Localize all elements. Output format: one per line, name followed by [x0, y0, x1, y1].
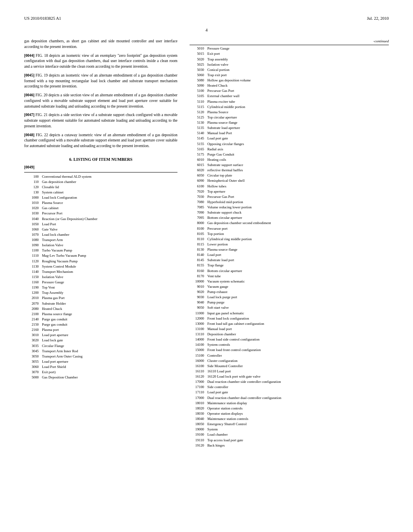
item-number: 7080	[190, 199, 206, 204]
page-header: US 2010/0183825 A1 Jul. 22, 2010	[24, 16, 389, 21]
list-item: 5030Conical portion	[190, 67, 389, 72]
list-item: 6010Heating coils	[190, 157, 389, 162]
list-item: 5100Precursor Gas Port	[190, 88, 389, 94]
item-description: Hollow gas deposition volume	[206, 78, 389, 83]
list-item: 6090Hemispherical Outer shell	[190, 178, 389, 183]
item-number: 1160	[24, 280, 41, 285]
item-description: Exit port)	[41, 370, 177, 375]
item-number: 8140	[190, 252, 206, 258]
item-description: Load port	[206, 252, 389, 258]
list-item: 1200Trap Assembly	[24, 290, 177, 295]
item-number: 2160	[24, 327, 41, 332]
item-number: 1040	[24, 216, 41, 221]
item-description: Front load tall gas cabinet configuratio…	[206, 321, 389, 326]
item-number: 12000	[190, 316, 206, 321]
item-number: 6020	[190, 168, 206, 173]
item-number: 6100	[190, 183, 206, 189]
item-number: 5060	[190, 72, 206, 77]
item-number: 19110	[190, 437, 206, 443]
item-description: Dual reaction chamber side controller co…	[206, 379, 389, 384]
item-number: 3055	[24, 359, 41, 364]
list-item: 5025Isolation valve	[190, 62, 389, 67]
list-item: 3010Load port aperture	[24, 332, 177, 338]
list-item: 8000Gas deposition chamber second embodi…	[190, 220, 389, 226]
list-item: 19120Back hinges	[190, 443, 389, 448]
item-description: Pump exhaust	[206, 289, 389, 295]
item-number: 19120	[190, 443, 206, 448]
list-item: 1160Pressure Gauge	[24, 280, 177, 285]
list-item: 18010Maintenance station display	[190, 400, 389, 405]
list-item: 8100Precursor port	[190, 226, 389, 231]
list-item: 1000Load lock Configuration	[24, 195, 177, 200]
list-item: 18020Operator station controls	[190, 405, 389, 411]
list-item: 15000Front load front control configurat…	[190, 347, 389, 353]
item-number: 3070	[24, 370, 41, 375]
item-number: 19000	[190, 427, 206, 432]
list-item: 8145Substrate load port	[190, 258, 389, 263]
item-number: 1130	[24, 264, 41, 269]
list-item: 1040Reaction (or Gas Deposition) Chamber	[24, 216, 177, 221]
item-description: Operator station displays	[206, 411, 389, 416]
item-description: Load lock purge port	[206, 295, 389, 300]
item-number: 13110	[190, 332, 206, 337]
list-item: 120Closable lid	[24, 184, 177, 189]
list-item: 5165Radial axis	[190, 146, 389, 152]
patent-date: Jul. 22, 2010	[367, 16, 389, 21]
left-column: gas deposition chambers, as short gas ca…	[24, 39, 177, 448]
list-item: 1130System Control Module	[24, 264, 177, 269]
list-item: 5155Opposing circular flanges	[190, 141, 389, 146]
item-number: 3060	[24, 364, 41, 370]
item-description: Pump purge	[206, 300, 389, 305]
item-description: Isolation Valve	[41, 274, 177, 279]
item-description: Load port gate	[206, 390, 389, 395]
list-item: 18040Maintenance station controls	[190, 416, 389, 422]
list-item: 13100Manual load port	[190, 326, 389, 331]
item-description: Pressure Gauge	[41, 280, 177, 285]
list-item: 5130Plasma source flange	[190, 120, 389, 125]
item-number: 5030	[190, 67, 206, 72]
list-item: 2070Substrate Holder	[24, 301, 177, 306]
item-description: Front load side control configuration	[206, 337, 389, 342]
item-number: 9040	[190, 300, 206, 305]
list-item: 13000Front load tall gas cabinet configu…	[190, 321, 389, 326]
list-item: 100Conventional thermal ALD system	[24, 174, 177, 179]
item-number: 17000	[190, 379, 206, 384]
item-description: Top aperture	[206, 189, 389, 194]
item-number: 2140	[24, 316, 41, 322]
item-description: Purge gas conduit	[41, 316, 177, 322]
item-description: Top portion	[206, 231, 389, 236]
list-item: 7030Precursor Gas Port	[190, 194, 389, 199]
item-number: 2010	[24, 295, 41, 301]
item-number: 8145	[190, 258, 206, 263]
item-description: Hyperboloid mid-portion	[206, 199, 389, 204]
item-description: Bottom circular aperture	[206, 215, 389, 220]
list-item: 3020Load lock gate	[24, 338, 177, 343]
item-description: Precursor port	[206, 226, 389, 231]
item-number: 16110	[190, 368, 206, 374]
item-number: 8105	[190, 231, 206, 236]
item-number: 5090	[190, 83, 206, 88]
item-description: Soft start valve	[206, 305, 389, 310]
item-number: 7030	[190, 194, 206, 199]
item-number: 5080	[190, 78, 206, 83]
list-item: 9050Soft start valve	[190, 305, 389, 310]
item-number: 18030	[190, 411, 206, 416]
item-number: 1200	[24, 290, 41, 295]
list-item: 5175Purge Gas Conduit	[190, 152, 389, 157]
list-item: 2100Plasma source flange	[24, 311, 177, 316]
item-number: 8155	[190, 263, 206, 268]
item-description: Top Vent	[41, 285, 177, 290]
list-item: 3050Transport Arm Outer Casing	[24, 353, 177, 359]
list-item: 18030Operator station displays	[190, 411, 389, 416]
item-description: Heated Chuck	[206, 83, 389, 88]
item-description: Operator station controls	[206, 405, 389, 411]
item-number: 5020	[190, 56, 206, 62]
item-description: Cluster configuration	[206, 358, 389, 363]
list-item: 15100Controller	[190, 353, 389, 358]
list-item: 1080Transport Arm	[24, 237, 177, 243]
item-number: 13100	[190, 326, 206, 331]
item-number: 1020	[24, 206, 41, 211]
list-item: 8170Vent tube	[190, 273, 389, 278]
list-item: 9020Pump exhaust	[190, 289, 389, 295]
item-description: Volume reducing lower portion	[206, 205, 389, 210]
